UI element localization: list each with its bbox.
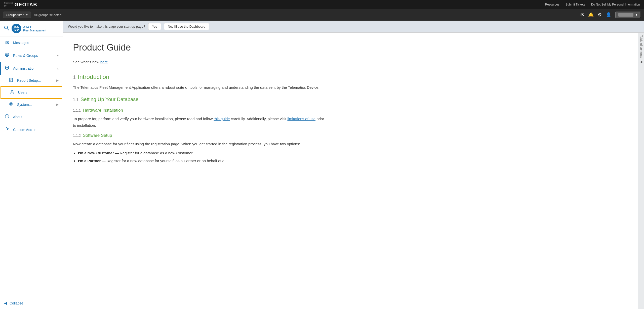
sub-sub-section-num: 1.1.1	[73, 108, 81, 113]
arrow-right-icon: ▶	[56, 79, 59, 82]
chevron-down-icon: ▼	[26, 14, 28, 16]
mail-icon[interactable]: ✉	[580, 12, 584, 18]
sidebar-item-custom-add-in[interactable]: Custom Add-In	[0, 123, 63, 136]
section-1-body: The Telematics Fleet Management Applicat…	[73, 84, 327, 91]
svg-line-1	[7, 29, 9, 30]
user-menu-chevron: ▼	[635, 13, 638, 17]
user-menu-button[interactable]: ▼	[615, 12, 641, 18]
this-guide-link[interactable]: this guide	[214, 117, 230, 121]
sidebar-item-label: Report Setup...	[17, 78, 53, 82]
sidebar-item-system[interactable]: System... ▶	[0, 99, 63, 110]
resources-link[interactable]: Resources	[545, 3, 559, 6]
svg-text:i: i	[7, 115, 8, 118]
groups-bar: Groups filter ▼ All groups selected ✉ 🔔 …	[0, 9, 644, 21]
svg-point-3	[15, 26, 18, 31]
svg-point-9	[7, 67, 8, 68]
sidebar-item-label: Custom Add-In	[13, 128, 59, 132]
att-logo-icon	[12, 24, 21, 33]
limitations-link[interactable]: limitations of use	[287, 117, 315, 121]
sub-section-num: 1.1	[73, 97, 78, 103]
sidebar-item-administration[interactable]: Administration ▴	[0, 62, 63, 75]
sidebar-item-label: Administration	[13, 66, 54, 70]
brand-name: AT&T	[23, 25, 46, 29]
settings-icon[interactable]: ⚙	[598, 12, 602, 18]
sub-sub-section-title: Software Setup	[83, 132, 112, 139]
section-1-1-1-body: To prepare for, perform and verify your …	[73, 116, 327, 128]
list-item: I'm a Partner — Register for a new datab…	[78, 158, 327, 164]
active-indicator	[0, 62, 1, 75]
sidebar-nav: ✉ Messages Rules & Groups ▾	[0, 36, 63, 297]
main-layout: AT&T Fleet Management ✉ Messages	[0, 21, 644, 309]
section-num: 1	[73, 73, 76, 81]
user-icon[interactable]: 👤	[606, 12, 611, 18]
sidebar-item-label: System...	[17, 103, 53, 107]
svg-rect-25	[8, 129, 9, 130]
custom-add-in-icon	[4, 127, 10, 133]
collapse-button[interactable]: ◀ Collapse	[0, 297, 63, 309]
section-1-1-2-body: Now create a database for your fleet usi…	[73, 141, 327, 147]
user-name	[618, 13, 633, 17]
no-dashboard-button[interactable]: No, I'll use the Dashboard	[164, 23, 209, 30]
content-area: Would you like to make this page your st…	[63, 21, 644, 309]
see-new-link[interactable]: here	[100, 60, 108, 64]
sidebar-item-messages[interactable]: ✉ Messages	[0, 36, 63, 49]
svg-point-2	[14, 26, 19, 31]
sidebar-item-label: About	[13, 115, 59, 119]
sub-sub-section-num: 1.1.2	[73, 133, 81, 138]
section-1-header: 1 Introduction	[73, 72, 327, 82]
groups-filter-button[interactable]: Groups filter ▼	[3, 12, 31, 18]
page-title: Product Guide	[73, 40, 327, 55]
rules-groups-icon	[4, 53, 10, 58]
top-bar: Powered by GEOTAB Resources Submit Ticke…	[0, 0, 644, 9]
arrow-right-icon: ▶	[56, 103, 59, 106]
users-icon	[9, 90, 15, 95]
logo-area: Powered by GEOTAB	[4, 2, 37, 8]
submit-tickets-link[interactable]: Submit Tickets	[566, 3, 585, 6]
section-1-1-1-header: 1.1.1 Hardware Installation	[73, 107, 327, 114]
chevron-up-icon: ▴	[57, 67, 59, 70]
section-1-1-header: 1.1 Setting Up Your Database	[73, 95, 327, 103]
svg-rect-24	[5, 128, 8, 130]
toc-collapse-icon: ◀	[639, 60, 643, 64]
sub-section-title: Setting Up Your Database	[80, 95, 138, 103]
svg-point-6	[5, 53, 9, 57]
sidebar-item-label: Users	[18, 91, 58, 95]
svg-point-7	[6, 54, 8, 56]
top-nav: Resources Submit Tickets Do Not Sell My …	[545, 3, 640, 6]
content-scroll[interactable]: Product Guide See what's new here. 1 Int…	[63, 33, 638, 309]
svg-point-20	[10, 103, 12, 105]
administration-icon	[4, 65, 10, 71]
bell-icon[interactable]: 🔔	[588, 12, 594, 18]
do-not-sell-link[interactable]: Do Not Sell My Personal Information	[591, 3, 640, 6]
list-item: I'm a New Customer — Register for a data…	[78, 150, 327, 156]
groups-filter-label: Groups filter	[6, 13, 24, 17]
section-1-1-2-list: I'm a New Customer — Register for a data…	[73, 150, 327, 164]
chevron-down-icon: ▾	[57, 54, 59, 57]
sidebar-header: AT&T Fleet Management	[0, 21, 63, 36]
startup-bar: Would you like to make this page your st…	[63, 21, 644, 33]
powered-by-text: Powered by	[4, 2, 13, 7]
sidebar-item-about[interactable]: i About	[0, 110, 63, 123]
report-setup-icon	[8, 78, 14, 83]
section-title: Introduction	[78, 72, 109, 82]
sidebar-item-label: Rules & Groups	[13, 54, 54, 58]
startup-question: Would you like to make this page your st…	[68, 25, 145, 28]
product-guide: Product Guide See what's new here. 1 Int…	[63, 33, 340, 177]
content-with-toc: Product Guide See what's new here. 1 Int…	[63, 33, 644, 309]
sidebar-item-rules-groups[interactable]: Rules & Groups ▾	[0, 49, 63, 62]
header-icons: ✉ 🔔 ⚙ 👤 ▼	[580, 12, 641, 18]
sidebar-item-users[interactable]: Users	[1, 86, 62, 99]
toc-panel[interactable]: Table of contents ◀	[638, 33, 644, 309]
svg-point-0	[5, 26, 8, 29]
svg-point-21	[10, 103, 13, 106]
yes-button[interactable]: Yes	[148, 23, 161, 30]
search-icon[interactable]	[4, 25, 9, 32]
brand-text: AT&T Fleet Management	[23, 25, 46, 32]
sidebar: AT&T Fleet Management ✉ Messages	[0, 21, 63, 309]
sidebar-item-report-setup[interactable]: Report Setup... ▶	[0, 75, 63, 86]
about-icon: i	[4, 114, 10, 120]
sub-sub-section-title: Hardware Installation	[83, 107, 123, 114]
collapse-label: Collapse	[10, 301, 23, 305]
brand-logo: AT&T Fleet Management	[12, 24, 46, 33]
collapse-icon: ◀	[4, 301, 7, 305]
